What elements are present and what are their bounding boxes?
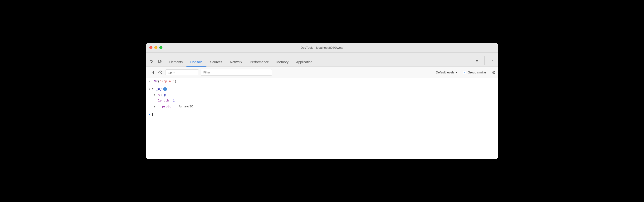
close-button[interactable] [149,46,152,49]
device-toolbar-icon[interactable] [156,58,163,65]
tree-item-length: length : 1 [148,98,174,104]
inspect-icon[interactable] [148,58,155,65]
levels-dropdown-icon: ▾ [456,71,457,74]
collapse-arrow-icon[interactable]: ▼ [152,87,154,91]
info-badge: i [163,87,167,91]
devtools-icons [148,58,163,65]
devtools-window: DevTools - localhost:8080/web/ Elements … [146,43,498,159]
proto-expand-icon[interactable]: ▶ [154,105,156,109]
console-entry-command: › $x("//p[a]") [146,78,498,85]
tab-application[interactable]: Application [292,58,316,66]
tab-console[interactable]: Console [186,58,206,66]
svg-rect-2 [150,71,154,74]
tab-elements[interactable]: Elements [165,58,186,66]
prop-key-proto: __proto__ [156,104,175,109]
devtools-menu-button[interactable]: ⋮ [489,57,496,64]
tab-sources[interactable]: Sources [206,58,226,66]
window-title: DevTools - localhost:8080/web/ [300,46,344,49]
result-root: ◀ ▼ [p] i [148,86,167,92]
prop-key-length: length [158,98,169,103]
group-similar-checkbox-group[interactable]: ✓ Group similar [463,71,486,74]
log-levels-button[interactable]: Default levels ▾ [436,71,457,74]
console-area: › $x("//p[a]") ◀ ▼ [p] i ▶ 0 : p [146,78,498,159]
svg-line-7 [159,71,161,73]
more-tabs-button[interactable]: » [474,57,480,64]
console-toolbar: top ▾ Default levels ▾ ✓ Group similar ⚙ [146,67,498,78]
divider [484,56,485,65]
svg-rect-1 [160,61,161,62]
back-arrow-icon: ◀ [148,87,150,91]
code-function: $x [154,80,158,83]
group-similar-checkbox[interactable]: ✓ [463,71,466,74]
tabs-bar: Elements Console Sources Network Perform… [146,52,498,67]
prop-val-proto: Array(0) [179,104,194,109]
console-input-line[interactable]: › [146,111,498,118]
console-entry-result: ◀ ▼ [p] i ▶ 0 : p length : 1 ▶ __ [146,85,498,111]
tree-item-0: ▶ 0 : p [148,92,166,98]
tab-memory[interactable]: Memory [273,58,292,66]
dropdown-arrow-icon: ▾ [173,71,175,74]
tab-performance[interactable]: Performance [246,58,272,66]
levels-label: Default levels [436,71,454,74]
filter-input[interactable] [201,69,272,76]
prop-key-0: 0 [156,93,160,98]
text-cursor [152,113,153,116]
prompt-chevron: › [148,79,152,84]
prop-val-length: 1 [173,98,174,103]
group-similar-label: Group similar [468,71,486,74]
tabs-right: » ⋮ [474,56,496,65]
prop-val-0: p [164,93,166,98]
settings-icon[interactable]: ⚙ [492,70,496,75]
svg-line-5 [152,72,152,73]
tree-item-proto: ▶ __proto__ : Array(0) [148,104,194,110]
command-text: $x("//p[a]") [154,79,176,84]
context-selector[interactable]: top ▾ [166,69,199,75]
sidebar-toggle-icon[interactable] [148,69,155,76]
clear-console-icon[interactable] [157,69,164,76]
minimize-button[interactable] [154,46,158,49]
item-expand-icon[interactable]: ▶ [154,93,156,97]
maximize-button[interactable] [159,46,162,49]
context-value: top [168,71,172,74]
code-string: "//p[a]" [160,80,174,83]
input-prompt-icon: › [148,112,150,116]
svg-rect-0 [158,60,160,62]
tab-network[interactable]: Network [226,58,246,66]
array-label: [p] [154,87,162,92]
traffic-lights [149,46,162,49]
title-bar: DevTools - localhost:8080/web/ [146,43,498,52]
